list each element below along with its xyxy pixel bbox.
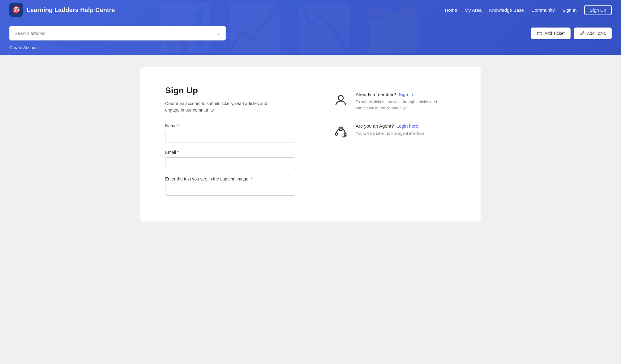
topic-icon bbox=[580, 31, 585, 36]
svg-rect-2 bbox=[336, 133, 337, 135]
ticket-icon bbox=[537, 31, 542, 36]
nav-my-area[interactable]: My Area bbox=[465, 7, 482, 13]
sign-in-link[interactable]: Sign In bbox=[399, 92, 413, 97]
agent-icon bbox=[332, 123, 349, 141]
signup-card: Sign Up Create an account to submit tick… bbox=[140, 67, 481, 222]
agent-subtitle: You will be taken to the agent interface… bbox=[356, 130, 426, 137]
breadcrumb-create-account[interactable]: Create Account bbox=[9, 45, 39, 50]
header-top: 🎯 Learning Ladders Help Centre Home My A… bbox=[0, 0, 621, 20]
nav-sign-up[interactable]: Sign Up bbox=[584, 5, 612, 15]
action-buttons: Add Ticket Add Topic bbox=[531, 28, 612, 39]
member-info-item: Already a member? Sign In To submit tick… bbox=[332, 92, 456, 111]
add-topic-label: Add Topic bbox=[587, 31, 606, 36]
name-input[interactable] bbox=[165, 131, 295, 142]
main-nav: Home My Area Knowledge Base Community Si… bbox=[445, 5, 612, 15]
captcha-label: Enter the text you see in the captcha im… bbox=[165, 176, 314, 181]
breadcrumb: Create Account bbox=[0, 44, 621, 55]
brand-title: Learning Ladders Help Centre bbox=[27, 6, 115, 14]
agent-login-link[interactable]: Login here bbox=[396, 123, 418, 129]
add-topic-button[interactable]: Add Topic bbox=[574, 28, 612, 39]
nav-home[interactable]: Home bbox=[445, 7, 457, 13]
nav-sign-in[interactable]: Sign In bbox=[562, 7, 577, 13]
agent-info-item: Are you an Agent? Login here You will be… bbox=[332, 123, 456, 141]
search-placeholder: Search articles bbox=[15, 31, 45, 36]
email-required-star: * bbox=[177, 150, 179, 155]
nav-knowledge-base[interactable]: Knowledge Base bbox=[489, 7, 524, 13]
search-area: Search articles ⌄ Add Ticket Add Topic bbox=[0, 20, 621, 44]
captcha-required-star: * bbox=[251, 176, 252, 181]
member-icon bbox=[332, 92, 349, 109]
brand-logo: 🎯 bbox=[9, 3, 23, 17]
signup-form-section: Sign Up Create an account to submit tick… bbox=[165, 86, 314, 203]
member-subtitle: To submit tickets, browse through articl… bbox=[356, 99, 456, 111]
site-header: 🎯 Learning Ladders Help Centre Home My A… bbox=[0, 0, 621, 55]
email-field-group: Email * bbox=[165, 150, 314, 169]
svg-point-0 bbox=[338, 95, 343, 100]
add-ticket-label: Add Ticket bbox=[544, 31, 564, 36]
captcha-field-group: Enter the text you see in the captcha im… bbox=[165, 176, 314, 196]
signup-title: Sign Up bbox=[165, 86, 314, 95]
signup-description: Create an account to submit tickets, rea… bbox=[165, 100, 283, 113]
main-content: Sign Up Create an account to submit tick… bbox=[0, 55, 621, 271]
name-field-group: Name * bbox=[165, 123, 314, 142]
brand: 🎯 Learning Ladders Help Centre bbox=[9, 3, 115, 17]
nav-community[interactable]: Community bbox=[531, 7, 555, 13]
name-required-star: * bbox=[178, 123, 179, 128]
name-label: Name * bbox=[165, 123, 314, 128]
search-box[interactable]: Search articles ⌄ bbox=[9, 26, 226, 40]
captcha-input[interactable] bbox=[165, 184, 295, 196]
member-title: Already a member? Sign In bbox=[356, 92, 456, 97]
chevron-down-icon: ⌄ bbox=[217, 31, 221, 36]
email-input[interactable] bbox=[165, 157, 295, 169]
email-label: Email * bbox=[165, 150, 314, 155]
agent-title: Are you an Agent? Login here bbox=[356, 123, 426, 129]
member-text: Already a member? Sign In To submit tick… bbox=[356, 92, 456, 111]
logo-icon: 🎯 bbox=[12, 6, 20, 14]
agent-text: Are you an Agent? Login here You will be… bbox=[356, 123, 426, 137]
add-ticket-button[interactable]: Add Ticket bbox=[531, 28, 570, 39]
info-section: Already a member? Sign In To submit tick… bbox=[332, 86, 456, 203]
